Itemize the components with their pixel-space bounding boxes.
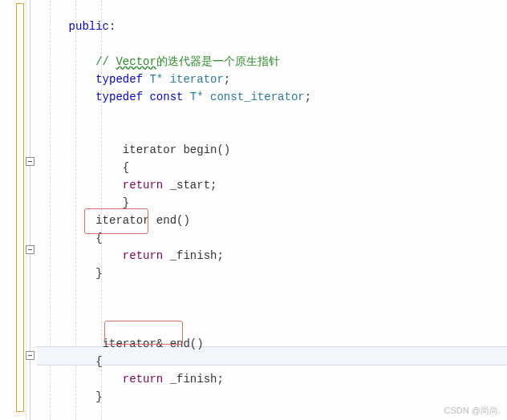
fold-toggle-icon[interactable] [26, 351, 34, 360]
line-5: typedef const T* const_iterator; [42, 91, 311, 103]
line-13: return _finish; [42, 249, 224, 262]
space [163, 179, 169, 192]
punct-semi: ; [217, 373, 223, 386]
line-8: { [42, 161, 129, 174]
line-9: return _start; [42, 179, 217, 192]
keyword-const: const [143, 91, 183, 103]
rbrace: } [95, 267, 102, 280]
highlight-box-iterator [84, 208, 148, 234]
line-14: } [42, 267, 103, 280]
lbrace: { [95, 355, 102, 368]
rbrace: } [95, 390, 102, 403]
space [163, 249, 169, 262]
lbrace: { [123, 161, 129, 174]
punct-semi: ; [217, 249, 223, 262]
fold-toggle-icon[interactable] [26, 245, 34, 254]
var-start: _start [170, 179, 210, 192]
line-3: // Vector的迭代器是一个原生指针 [42, 55, 280, 68]
type-tstar: T* [183, 91, 210, 103]
highlight-box-iterator-ref [104, 321, 183, 345]
keyword-public: public [69, 20, 109, 33]
line-7: iterator begin() [42, 143, 230, 156]
type-tstar: T* [143, 73, 170, 86]
keyword-typedef: typedef [95, 91, 143, 103]
line-18: return _finish; [42, 373, 224, 386]
comment-text: 的迭代器是一个原生指针 [156, 55, 280, 68]
line-4: typedef T* iterator; [42, 73, 230, 86]
return-type: iterator [123, 143, 184, 156]
punct-colon: : [109, 20, 116, 33]
rbrace: } [123, 196, 129, 209]
punct-semi: ; [305, 91, 311, 103]
keyword-typedef: typedef [95, 73, 143, 86]
parens: () [190, 337, 204, 350]
comment-slashes: // [95, 55, 116, 68]
punct-semi: ; [210, 179, 217, 192]
change-marker-bar [16, 3, 24, 412]
keyword-return: return [123, 249, 163, 262]
parens: () [176, 214, 190, 227]
watermark: CSDN @尚尚. [444, 405, 501, 417]
code-block: public: // Vector的迭代器是一个原生指针 typedef T* … [42, 0, 311, 406]
space [163, 373, 169, 386]
line-17: { [42, 355, 103, 368]
typedef-name-iterator: iterator [170, 73, 224, 86]
line-1: public: [42, 20, 116, 33]
fn-name-end: end [156, 214, 176, 227]
typedef-name-const-iterator: const_iterator [210, 91, 305, 103]
var-finish: _finish [170, 373, 217, 386]
parens: () [217, 143, 230, 156]
keyword-return: return [123, 179, 163, 192]
punct-semi: ; [224, 73, 230, 86]
line-19: } [42, 390, 103, 403]
comment-word-vector: Vector [116, 55, 156, 68]
var-finish: _finish [170, 249, 217, 262]
line-10: } [42, 196, 129, 209]
keyword-return: return [123, 373, 163, 386]
fold-toggle-icon[interactable] [26, 157, 34, 166]
fn-name-begin: begin [183, 143, 217, 156]
